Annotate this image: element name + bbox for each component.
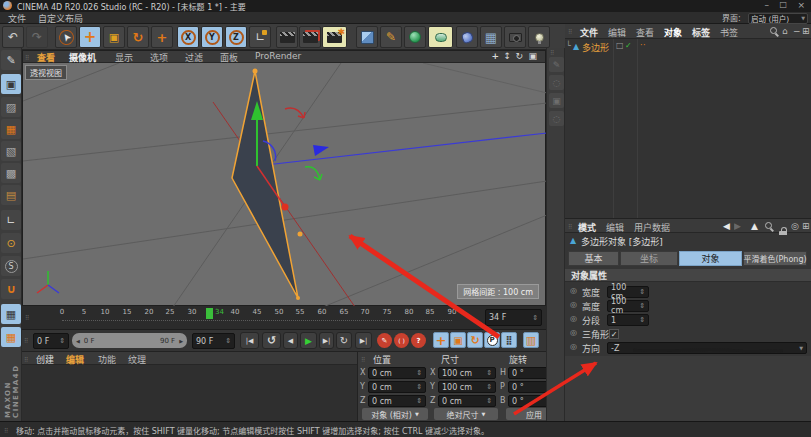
- om-menu-file[interactable]: 文件: [580, 26, 598, 39]
- add-primitive-button[interactable]: [356, 26, 378, 48]
- size-mode-button[interactable]: 绝对尺寸▼: [434, 408, 498, 420]
- object-name[interactable]: 多边形: [582, 41, 609, 54]
- play-backwards-button[interactable]: ↺: [262, 332, 281, 349]
- rotate-tool-button[interactable]: ↻: [127, 26, 149, 48]
- move-tool-button[interactable]: +: [79, 26, 101, 48]
- om-menu-view[interactable]: 查看: [636, 26, 654, 39]
- autokey-button[interactable]: ( ): [394, 333, 409, 348]
- next-frame-button[interactable]: ▶|: [319, 332, 334, 349]
- loop-button[interactable]: ↻: [336, 332, 352, 349]
- range-start-field[interactable]: 0 F⇕: [33, 333, 69, 349]
- lock-z-axis-button[interactable]: Z: [225, 26, 247, 48]
- record-circle-icon[interactable]: ◎: [570, 300, 577, 309]
- redo-button[interactable]: ↷: [26, 26, 48, 48]
- key-scale-toggle[interactable]: ▣: [450, 332, 466, 348]
- maximize-button[interactable]: □: [779, 0, 787, 9]
- size-x-field[interactable]: 100 cm⇕: [438, 367, 496, 379]
- keyframe-help-button[interactable]: ?: [411, 333, 426, 348]
- stepper-icon[interactable]: ⇕: [486, 383, 492, 391]
- material-menu-create[interactable]: 创建: [36, 353, 54, 366]
- triangles-checkbox[interactable]: ✓: [609, 329, 619, 339]
- key-position-toggle[interactable]: +: [433, 332, 449, 348]
- workplane-mode-button[interactable]: ▦: [1, 327, 21, 347]
- height-field[interactable]: 100 cm⇕: [607, 300, 649, 312]
- history-forward-icon[interactable]: ▶: [734, 221, 741, 231]
- spline-pen-button[interactable]: ✎: [380, 26, 402, 48]
- range-end-field[interactable]: 90 F⇕: [192, 333, 235, 349]
- size-z-field[interactable]: 0 cm⇕: [438, 395, 496, 407]
- viewport-menu-prorender[interactable]: ProRender: [255, 51, 301, 61]
- palette-button[interactable]: ◌: [549, 111, 564, 126]
- search-icon[interactable]: [770, 27, 777, 34]
- history-back-icon[interactable]: ◀: [723, 221, 730, 231]
- polygon-top-mode-button[interactable]: ▤: [1, 185, 21, 205]
- record-circle-icon[interactable]: ◎: [570, 286, 577, 295]
- position-y-field[interactable]: 0 cm⇕: [368, 381, 426, 393]
- tab-object[interactable]: 对象: [679, 251, 742, 266]
- record-keyframe-button[interactable]: ✎: [377, 333, 392, 348]
- coordinate-system-button[interactable]: ∟: [249, 26, 271, 48]
- tab-coordinates[interactable]: 坐标: [620, 251, 678, 266]
- palette-button[interactable]: ▣: [549, 93, 564, 108]
- previous-frame-button[interactable]: ◀: [283, 332, 298, 349]
- make-editable-button[interactable]: ✎: [1, 50, 21, 70]
- layer-tag-icon[interactable]: □: [616, 41, 624, 50]
- stepper-icon[interactable]: ⇕: [416, 397, 422, 405]
- camera-button[interactable]: [504, 26, 526, 48]
- tab-basic[interactable]: 基本: [568, 251, 619, 266]
- axis-mode-button[interactable]: ∟: [1, 210, 21, 230]
- goto-start-button[interactable]: |◀: [240, 332, 259, 349]
- visibility-dots-icon[interactable]: · ·: [640, 41, 645, 50]
- stepper-icon[interactable]: ⇕: [416, 369, 422, 377]
- coordinate-mode-button[interactable]: 对象 (相对)▼: [362, 408, 428, 420]
- lock-y-axis-button[interactable]: Y: [201, 26, 223, 48]
- magnet-snap-button[interactable]: ∪: [1, 279, 21, 299]
- stepper-icon[interactable]: ⇕: [639, 316, 645, 324]
- size-y-field[interactable]: 100 cm⇕: [438, 381, 496, 393]
- scale-tool-button[interactable]: ▣: [103, 26, 125, 48]
- enabled-check-icon[interactable]: ✓: [625, 41, 632, 50]
- target-icon[interactable]: ◎: [791, 221, 799, 231]
- viewport-panel[interactable]: ⠿ 查看 摄像机 显示 选项 过滤 面板 ProRender + ↕ ↻ ▣ 透…: [22, 50, 546, 306]
- render-settings-button[interactable]: ✱: [322, 26, 347, 48]
- view-pan-icon[interactable]: +: [491, 51, 499, 61]
- minimize-button[interactable]: –: [765, 0, 770, 10]
- stepper-icon[interactable]: ⇕: [639, 302, 645, 310]
- material-menu-edit[interactable]: 编辑: [66, 353, 84, 366]
- environment-floor-button[interactable]: ▦: [480, 26, 502, 48]
- object-tree-row[interactable]: └ ▲ 多边形 □ ✓ · ·: [565, 41, 811, 54]
- am-menu-user-data[interactable]: 用户数据: [634, 221, 670, 234]
- goto-end-button[interactable]: ▶|: [355, 332, 372, 349]
- object-manager-body[interactable]: └ ▲ 多边形 □ ✓ · ·: [565, 39, 811, 218]
- om-menu-bookmarks[interactable]: 书签: [720, 26, 738, 39]
- orientation-dropdown[interactable]: -Z ▼: [607, 342, 807, 354]
- timeline-ruler[interactable]: ⠿ 0 5 10 15 20 25 30 40 45 50 55 60 65 7…: [22, 306, 546, 330]
- position-z-field[interactable]: 0 cm⇕: [368, 395, 426, 407]
- model-mode-button[interactable]: ▣: [1, 74, 21, 94]
- slider-right-arrow-icon[interactable]: ▶: [179, 338, 183, 344]
- render-picture-viewer-button[interactable]: [299, 26, 321, 48]
- last-tool-button[interactable]: +: [151, 26, 173, 48]
- stepper-icon[interactable]: ⇕: [225, 337, 231, 345]
- play-button[interactable]: ▶: [300, 332, 317, 349]
- slider-left-arrow-icon[interactable]: ◀: [76, 338, 80, 344]
- stepper-icon[interactable]: ⇕: [416, 383, 422, 391]
- material-menu-texture[interactable]: 纹理: [128, 353, 146, 366]
- am-menu-edit[interactable]: 编辑: [606, 221, 624, 234]
- undo-button[interactable]: ↶: [2, 26, 24, 48]
- om-menu-objects[interactable]: 对象: [664, 26, 682, 39]
- stepper-icon[interactable]: ⇕: [639, 288, 645, 296]
- key-pla-toggle[interactable]: ⣿: [501, 332, 517, 348]
- home-icon[interactable]: ⌂: [782, 26, 788, 36]
- polygons-mode-button[interactable]: ▩: [1, 163, 21, 183]
- workplane-lock-button[interactable]: ▦: [1, 304, 21, 324]
- om-menu-tags[interactable]: 标签: [692, 26, 710, 39]
- light-button[interactable]: [528, 26, 550, 48]
- render-view-button[interactable]: [276, 26, 298, 48]
- texture-mode-button[interactable]: ▨: [1, 97, 21, 117]
- position-x-field[interactable]: 0 cm⇕: [368, 367, 426, 379]
- current-frame-marker[interactable]: [206, 308, 213, 319]
- stepper-icon[interactable]: ⇕: [532, 314, 538, 322]
- edges-mode-button[interactable]: ▧: [1, 141, 21, 161]
- current-frame-field[interactable]: 34 F⇕: [485, 309, 542, 326]
